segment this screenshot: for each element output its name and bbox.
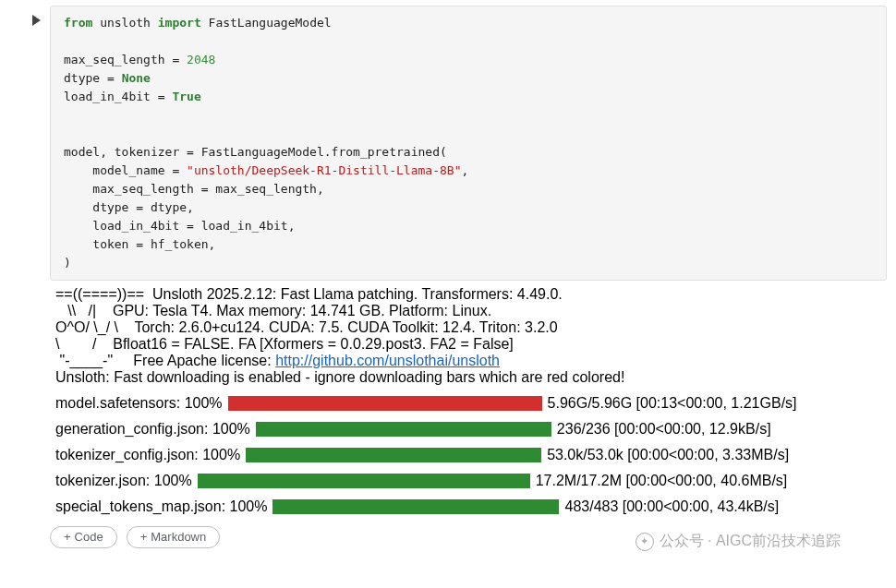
progress-area: model.safetensors: 100%5.96G/5.96G [00:1…: [55, 395, 887, 515]
add-markdown-button[interactable]: + Markdown: [127, 526, 221, 548]
progress-bar: [272, 499, 559, 514]
progress-label: model.safetensors: 100%: [55, 395, 223, 412]
progress-label: tokenizer_config.json: 100%: [55, 447, 240, 463]
progress-stats: 17.2M/17.2M [00:00<00:00, 40.6MB/s]: [536, 473, 788, 489]
progress-stats: 53.0k/53.0k [00:00<00:00, 3.33MB/s]: [547, 447, 789, 463]
plus-icon: +: [64, 530, 71, 544]
output-gutter: [6, 286, 50, 515]
progress-label: tokenizer.json: 100%: [55, 473, 192, 489]
wechat-icon: ✦: [636, 533, 654, 551]
button-label: Code: [75, 530, 103, 544]
watermark: ✦ 公众号 · AIGC前沿技术追踪: [636, 532, 841, 551]
output-cell: ==((====))== Unsloth 2025.2.12: Fast Lla…: [6, 286, 887, 515]
progress-bar: [256, 422, 551, 437]
progress-label: generation_config.json: 100%: [55, 421, 250, 438]
code-editor[interactable]: from unsloth import FastLanguageModel ma…: [50, 6, 887, 281]
run-icon[interactable]: [32, 15, 41, 26]
plus-icon: +: [140, 530, 148, 544]
progress-bar: [228, 396, 542, 411]
watermark-text: 公众号 · AIGC前沿技术追踪: [660, 532, 841, 551]
progress-row: special_tokens_map.json: 100%483/483 [00…: [55, 498, 887, 515]
progress-row: tokenizer.json: 100%17.2M/17.2M [00:00<0…: [55, 473, 887, 489]
code-cell: from unsloth import FastLanguageModel ma…: [6, 6, 887, 281]
progress-row: tokenizer_config.json: 100%53.0k/53.0k […: [55, 447, 887, 463]
progress-bar: [246, 448, 541, 462]
button-label: Markdown: [151, 530, 206, 544]
progress-label: special_tokens_map.json: 100%: [55, 498, 267, 515]
cell-gutter: [6, 6, 50, 281]
output-body: ==((====))== Unsloth 2025.2.12: Fast Lla…: [50, 286, 887, 515]
progress-stats: 483/483 [00:00<00:00, 43.4kB/s]: [564, 498, 779, 515]
progress-bar: [198, 474, 530, 488]
progress-stats: 5.96G/5.96G [00:13<00:00, 1.21GB/s]: [548, 395, 797, 412]
progress-row: model.safetensors: 100%5.96G/5.96G [00:1…: [55, 395, 887, 412]
add-code-button[interactable]: + Code: [50, 526, 117, 548]
progress-row: generation_config.json: 100%236/236 [00:…: [55, 421, 887, 438]
log-text: ==((====))== Unsloth 2025.2.12: Fast Lla…: [55, 286, 887, 386]
progress-stats: 236/236 [00:00<00:00, 12.9kB/s]: [557, 421, 771, 438]
